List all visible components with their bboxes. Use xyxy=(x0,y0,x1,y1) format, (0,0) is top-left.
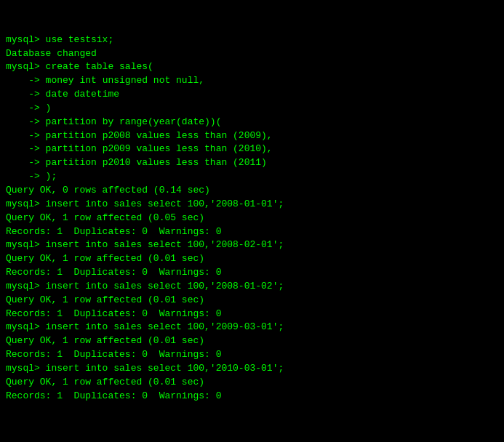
terminal-line: Records: 1 Duplicates: 0 Warnings: 0 xyxy=(6,390,498,403)
terminal-line: Query OK, 1 row affected (0.01 sec) xyxy=(6,252,498,266)
terminal-line: Records: 1 Duplicates: 0 Warnings: 0 xyxy=(6,348,498,362)
terminal-line: Query OK, 1 row affected (0.01 sec) xyxy=(6,294,498,308)
terminal-line: mysql> create table sales( xyxy=(6,60,498,74)
terminal-line: mysql> use testsix; xyxy=(6,33,498,47)
terminal-line: -> ); xyxy=(6,170,498,184)
terminal-line: mysql> insert into sales select 100,'200… xyxy=(6,321,498,334)
terminal-line: Query OK, 1 row affected (0.05 sec) xyxy=(6,212,498,225)
terminal-line: mysql> insert into sales select 100,'200… xyxy=(6,280,498,294)
terminal-line: Records: 1 Duplicates: 0 Warnings: 0 xyxy=(6,225,498,239)
terminal-line: -> partition by range(year(date))( xyxy=(6,116,498,129)
terminal-line: Records: 1 Duplicates: 0 Warnings: 0 xyxy=(6,266,498,280)
terminal-line: -> partition p2008 values less than (200… xyxy=(6,129,498,143)
terminal-line: -> date datetime xyxy=(6,88,498,102)
terminal-line: mysql> insert into sales select 100,'201… xyxy=(6,362,498,376)
terminal-line: mysql> insert into sales select 100,'200… xyxy=(6,198,498,212)
terminal-line: Query OK, 1 row affected (0.01 sec) xyxy=(6,334,498,348)
terminal-line: mysql> insert into sales select 100,'200… xyxy=(6,238,498,252)
terminal-line: -> money int unsigned not null, xyxy=(6,74,498,88)
terminal-line: Query OK, 0 rows affected (0.14 sec) xyxy=(6,184,498,198)
terminal-window: mysql> use testsix;Database changedmysql… xyxy=(6,6,498,442)
terminal-line: Query OK, 1 row affected (0.01 sec) xyxy=(6,376,498,390)
terminal-line: -> partition p2010 values less than (201… xyxy=(6,156,498,170)
terminal-line: Records: 1 Duplicates: 0 Warnings: 0 xyxy=(6,308,498,321)
terminal-line: -> ) xyxy=(6,102,498,116)
terminal-line: Database changed xyxy=(6,47,498,61)
terminal-line: -> partition p2009 values less than (201… xyxy=(6,142,498,156)
